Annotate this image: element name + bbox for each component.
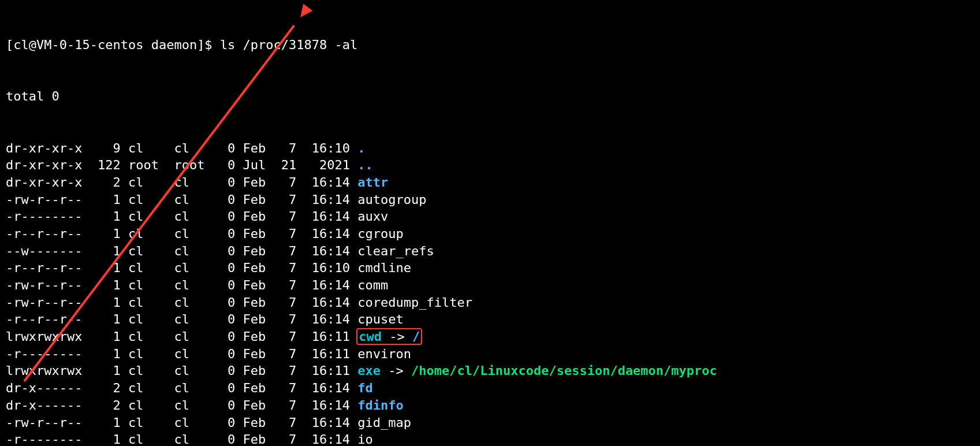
ls-row: dr-xr-xr-x 9 cl cl 0 Feb 7 16:10 . (6, 140, 974, 157)
ls-row: -rw-r--r-- 1 cl cl 0 Feb 7 16:14 autogro… (6, 191, 974, 209)
prompt-line[interactable]: [cl@VM-0-15-centos daemon]$ ls /proc/318… (6, 36, 974, 54)
ls-row: --w------- 1 cl cl 0 Feb 7 16:14 clear_r… (6, 243, 974, 260)
ls-row-name: autogroup (357, 192, 426, 207)
total-line: total 0 (6, 88, 974, 105)
ls-row: -r-------- 1 cl cl 0 Feb 7 16:14 io (6, 431, 974, 446)
prompt-userhost: [cl@VM-0-15-centos daemon]$ (6, 38, 220, 52)
ls-row-name: cwd (359, 329, 382, 344)
ls-row-name: exe (357, 363, 381, 378)
symlink-target: / (412, 329, 420, 344)
ls-row: dr-x------ 2 cl cl 0 Feb 7 16:14 fdinfo (6, 397, 974, 414)
ls-row-meta: dr-x------ 2 cl cl 0 Feb 7 16:14 (6, 398, 357, 412)
ls-row-meta: -r-------- 1 cl cl 0 Feb 7 16:11 (6, 347, 357, 361)
ls-row-name: cmdline (357, 261, 411, 275)
ls-row: dr-x------ 2 cl cl 0 Feb 7 16:14 fd (6, 380, 974, 397)
ls-row-name: . (357, 141, 365, 155)
ls-row-name: gid_map (357, 415, 411, 430)
ls-row-name: fdinfo (357, 398, 403, 412)
ls-row-meta: -r-------- 1 cl cl 0 Feb 7 16:14 (6, 432, 357, 446)
prompt-command: ls /proc/31878 -al (220, 38, 357, 52)
ls-row-name: cgroup (357, 226, 403, 241)
ls-row-name: cpuset (357, 312, 403, 326)
ls-row-meta: dr-x------ 2 cl cl 0 Feb 7 16:14 (6, 381, 357, 395)
ls-row-name: comm (357, 278, 388, 292)
ls-row: -r-------- 1 cl cl 0 Feb 7 16:14 auxv (6, 208, 974, 225)
ls-row-meta: dr-xr-xr-x 122 root root 0 Jul 21 2021 (6, 158, 357, 172)
annotation-arrow (0, 0, 31, 69)
ls-row: lrwxrwxrwx 1 cl cl 0 Feb 7 16:11 cwd -> … (6, 328, 974, 345)
terminal-output: [cl@VM-0-15-centos daemon]$ ls /proc/318… (0, 0, 980, 446)
ls-row-meta: -r--r--r-- 1 cl cl 0 Feb 7 16:14 (6, 312, 357, 326)
symlink-arrow: -> (381, 363, 411, 378)
ls-row-name: fd (357, 381, 373, 395)
ls-row-meta: lrwxrwxrwx 1 cl cl 0 Feb 7 16:11 (6, 363, 357, 378)
ls-row-meta: -rw-r--r-- 1 cl cl 0 Feb 7 16:14 (6, 278, 357, 292)
ls-row: -r--r--r-- 1 cl cl 0 Feb 7 16:14 cgroup (6, 225, 974, 243)
ls-row-name: clear_refs (357, 244, 434, 258)
ls-row-meta: lrwxrwxrwx 1 cl cl 0 Feb 7 16:11 (6, 329, 357, 344)
ls-row-meta: -rw-r--r-- 1 cl cl 0 Feb 7 16:14 (6, 415, 357, 430)
ls-row: -r-------- 1 cl cl 0 Feb 7 16:11 environ (6, 345, 974, 363)
ls-row-name: auxv (357, 209, 388, 224)
symlink-arrow: -> (382, 329, 412, 344)
ls-row-meta: -r--r--r-- 1 cl cl 0 Feb 7 16:14 (6, 226, 357, 241)
ls-row: dr-xr-xr-x 2 cl cl 0 Feb 7 16:14 attr (6, 174, 974, 191)
ls-rows: dr-xr-xr-x 9 cl cl 0 Feb 7 16:10 .dr-xr-… (6, 140, 974, 447)
ls-row-name: attr (357, 175, 388, 189)
symlink-target: /home/cl/Linuxcode/session/daemon/myproc (411, 363, 717, 378)
annotation-box: cwd -> / (356, 328, 422, 345)
ls-row-meta: dr-xr-xr-x 9 cl cl 0 Feb 7 16:10 (6, 141, 357, 155)
ls-row-meta: --w------- 1 cl cl 0 Feb 7 16:14 (6, 244, 357, 258)
ls-row-name: coredump_filter (357, 295, 472, 310)
ls-row: -r--r--r-- 1 cl cl 0 Feb 7 16:10 cmdline (6, 259, 974, 277)
ls-row: -rw-r--r-- 1 cl cl 0 Feb 7 16:14 comm (6, 277, 974, 294)
ls-row-meta: -r-------- 1 cl cl 0 Feb 7 16:14 (6, 209, 357, 224)
ls-row-meta: dr-xr-xr-x 2 cl cl 0 Feb 7 16:14 (6, 175, 357, 189)
ls-row-name: .. (357, 158, 373, 172)
ls-row-meta: -rw-r--r-- 1 cl cl 0 Feb 7 16:14 (6, 192, 357, 207)
ls-row: -r--r--r-- 1 cl cl 0 Feb 7 16:14 cpuset (6, 311, 974, 328)
ls-row-name: environ (357, 347, 411, 361)
ls-row: lrwxrwxrwx 1 cl cl 0 Feb 7 16:11 exe -> … (6, 362, 974, 380)
ls-row: -rw-r--r-- 1 cl cl 0 Feb 7 16:14 coredum… (6, 294, 974, 311)
ls-row-name: io (357, 432, 373, 446)
ls-row: dr-xr-xr-x 122 root root 0 Jul 21 2021 .… (6, 157, 974, 174)
ls-row: -rw-r--r-- 1 cl cl 0 Feb 7 16:14 gid_map (6, 414, 974, 432)
ls-row-meta: -rw-r--r-- 1 cl cl 0 Feb 7 16:14 (6, 295, 357, 310)
ls-row-meta: -r--r--r-- 1 cl cl 0 Feb 7 16:10 (6, 261, 357, 275)
